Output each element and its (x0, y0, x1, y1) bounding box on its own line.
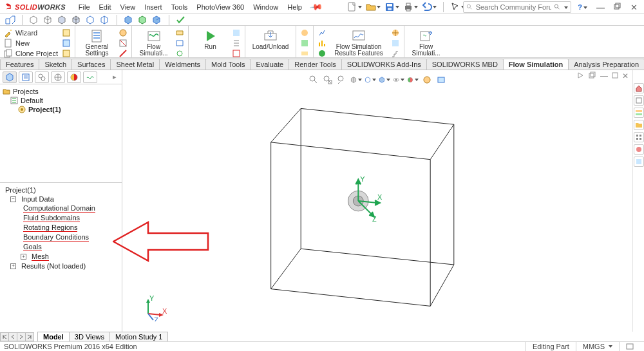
ribbon-load-unload[interactable]: Load/Unload (249, 27, 292, 50)
fm-tab-overflow[interactable]: ▸ (99, 73, 119, 81)
menu-window[interactable]: Window (249, 2, 282, 12)
cmtab-sheetmetal[interactable]: Sheet Metal (110, 59, 160, 70)
cmtab-mbd[interactable]: SOLIDWORKS MBD (426, 59, 504, 70)
view-extrude-icon[interactable] (5, 15, 15, 24)
fm-tab-flowsim-tree[interactable] (83, 71, 97, 83)
window-restore[interactable] (611, 3, 624, 12)
ribbon-mid-b[interactable] (300, 39, 309, 48)
ribbon-new[interactable]: New (4, 39, 58, 48)
fs-tree-rotating-regions[interactable]: Rotating Regions (3, 223, 119, 232)
tp-home-icon[interactable] (634, 83, 644, 93)
tree-project1[interactable]: Project(1) (3, 105, 119, 114)
tp-custom-props-icon[interactable] (634, 157, 644, 167)
fs-tree-boundary-conditions[interactable]: Boundary Conditions (3, 232, 119, 242)
fs-tree-results[interactable]: +Results (Not loaded) (3, 261, 119, 270)
expand-plus-icon[interactable]: + (21, 254, 26, 260)
menu-file[interactable]: File (75, 2, 94, 12)
window-close[interactable]: ✕ (628, 3, 640, 12)
tp-resources-icon[interactable] (634, 95, 644, 106)
ribbon-small-3[interactable] (62, 49, 71, 58)
bottom-nav-prev[interactable] (8, 332, 17, 341)
view-iso5-icon[interactable] (86, 15, 96, 24)
ribbon-mid-c[interactable] (300, 49, 309, 58)
fm-tab-dimxpert[interactable] (51, 71, 65, 83)
fm-tab-display-mgr[interactable] (67, 71, 81, 83)
ribbon-run-a[interactable] (232, 28, 241, 37)
ribbon-res-e[interactable] (391, 39, 400, 48)
ribbon-setting-c[interactable] (118, 49, 128, 58)
ribbon-run-b[interactable] (232, 39, 241, 48)
view-check-icon[interactable] (176, 15, 186, 24)
ribbon-flow-sim-export[interactable]: Flow Simulati... (408, 27, 444, 57)
menu-insert[interactable]: Insert (140, 2, 166, 12)
view-cube1-icon[interactable] (124, 15, 134, 24)
ribbon-flow-simulation[interactable]: Flow Simulati... (136, 27, 171, 57)
bottom-tab-motionstudy[interactable]: Motion Study 1 (109, 332, 168, 342)
menu-view[interactable]: View (117, 2, 140, 12)
qat-open[interactable] (366, 2, 381, 12)
ribbon-run[interactable]: Run (193, 27, 228, 50)
search-scope-dropdown[interactable] (563, 3, 568, 11)
tp-appearances-icon[interactable] (634, 144, 644, 155)
ribbon-res-c[interactable] (317, 49, 327, 58)
cmtab-rendertools[interactable]: Render Tools (289, 59, 342, 70)
search-go-icon[interactable] (554, 3, 560, 12)
view-iso1-icon[interactable] (29, 15, 39, 24)
window-minimize[interactable]: — (594, 3, 607, 12)
bottom-tab-3dviews[interactable]: 3D Views (69, 332, 110, 342)
view-cube2-icon[interactable] (138, 15, 148, 24)
cmtab-surfaces[interactable]: Surfaces (71, 59, 111, 70)
qat-save[interactable] (384, 2, 399, 12)
fs-tree-root[interactable]: Project(1) (3, 185, 119, 194)
tree-default-config[interactable]: Default (3, 96, 119, 105)
fs-tree-fluid-subdomains[interactable]: Fluid Subdomains (3, 213, 119, 223)
search-box[interactable] (463, 1, 571, 13)
qat-undo[interactable] (422, 2, 437, 12)
tree-projects-root[interactable]: Projects (3, 87, 119, 96)
view-cube3-icon[interactable] (152, 15, 162, 24)
fm-tab-feature-tree[interactable] (3, 71, 17, 83)
bottom-nav-first[interactable] (0, 332, 9, 341)
menu-help[interactable]: Help (283, 2, 306, 12)
menu-photoview360[interactable]: PhotoView 360 (193, 2, 248, 12)
qat-print[interactable] (403, 2, 418, 12)
fm-tab-property-mgr[interactable] (19, 71, 33, 83)
cmtab-sketch[interactable]: Sketch (39, 59, 72, 70)
cmtab-analysisprep[interactable]: Analysis Preparation (568, 59, 644, 70)
ribbon-small-2[interactable] (62, 39, 71, 48)
ribbon-wizard[interactable]: Wizard (4, 28, 58, 37)
ribbon-small-1[interactable] (62, 28, 71, 37)
fs-tree-comp-domain[interactable]: Computational Domain (3, 204, 119, 213)
menu-edit[interactable]: Edit (95, 2, 115, 12)
expand-plus-icon[interactable]: + (10, 263, 16, 269)
search-input[interactable] (476, 3, 551, 11)
ribbon-setting-a[interactable] (118, 28, 128, 37)
fm-tab-config-mgr[interactable] (35, 71, 49, 83)
bottom-tab-model[interactable]: Model (37, 332, 70, 342)
ribbon-mid-a[interactable] (300, 28, 309, 37)
tp-file-explorer-icon[interactable] (634, 120, 644, 130)
ribbon-fs-a[interactable] (175, 28, 184, 37)
ribbon-res-f[interactable] (391, 49, 400, 58)
cmtab-evaluate[interactable]: Evaluate (250, 59, 289, 70)
graphics-viewport[interactable]: — ✕ Y X (122, 70, 632, 332)
ribbon-general-settings[interactable]: General Settings (79, 27, 115, 57)
ribbon-res-d[interactable] (391, 28, 400, 37)
view-iso3-icon[interactable] (57, 15, 68, 24)
menu-tools[interactable]: Tools (167, 2, 192, 12)
ribbon-res-a[interactable] (317, 28, 327, 37)
view-iso4-icon[interactable] (71, 15, 82, 24)
view-iso6-icon[interactable] (100, 15, 110, 24)
tp-design-lib-icon[interactable] (634, 108, 644, 118)
qat-new-doc[interactable] (347, 2, 362, 12)
cmtab-flowsim[interactable]: Flow Simulation (503, 59, 569, 70)
cmtab-moldtools[interactable]: Mold Tools (205, 59, 251, 70)
collapse-minus-icon[interactable]: − (10, 196, 16, 202)
status-units[interactable]: MMGS (576, 342, 619, 351)
fs-tree-input-data[interactable]: − Input Data (3, 194, 119, 204)
cmtab-addins[interactable]: SOLIDWORKS Add-Ins (341, 59, 427, 70)
ribbon-setting-b[interactable] (118, 39, 128, 48)
fs-tree-goals[interactable]: Goals (3, 242, 119, 252)
help-dropdown[interactable]: ? (575, 3, 590, 11)
view-iso2-icon[interactable] (43, 15, 53, 24)
